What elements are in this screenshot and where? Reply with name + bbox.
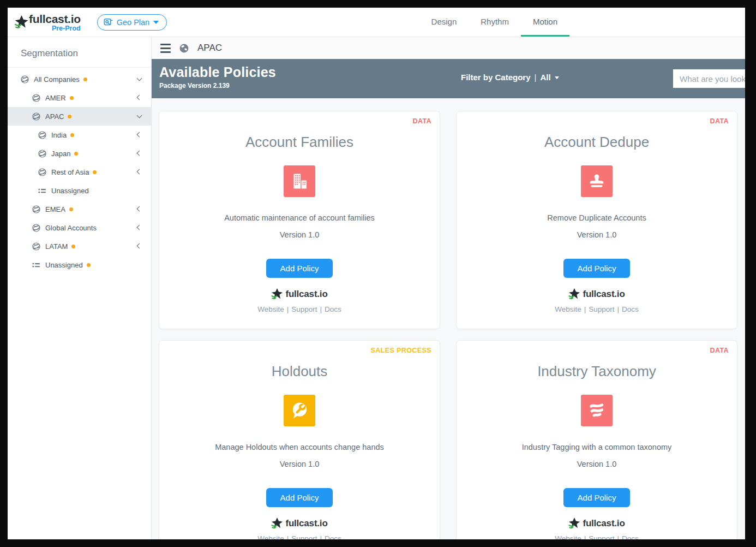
tab-design[interactable]: Design	[419, 8, 469, 37]
fullcast-star-icon	[14, 15, 29, 29]
category-badge: DATA	[413, 117, 431, 125]
chevron-left-icon[interactable]	[137, 169, 142, 175]
policy-card-account-families: DATA Account Families	[159, 111, 440, 329]
status-dot	[93, 170, 97, 174]
docs-link[interactable]: Docs	[325, 534, 341, 539]
environment-badge: Pre-Prod	[52, 25, 81, 32]
policy-title: Holdouts	[272, 363, 328, 380]
website-link[interactable]: Website	[257, 534, 284, 539]
add-policy-button[interactable]: Add Policy	[563, 259, 631, 278]
category-badge: DATA	[710, 117, 729, 125]
support-link[interactable]: Support	[291, 534, 317, 539]
list-icon	[32, 260, 41, 270]
tree-item-latam[interactable]: LATAM	[8, 237, 151, 255]
tree-item-emea[interactable]: EMEA	[8, 200, 151, 218]
vendor-logo: fullcast.io	[568, 288, 625, 300]
tree-item-rest-of-asia[interactable]: Rest of Asia	[8, 163, 151, 181]
filter-label: Filter by Category	[461, 73, 531, 82]
tree-item-all-companies[interactable]: All Companies	[8, 70, 151, 88]
chevron-left-icon[interactable]	[137, 206, 142, 212]
status-dot	[83, 78, 87, 81]
sidebar-title: Segmentation	[8, 37, 151, 68]
category-badge: SALES PROCESS	[371, 347, 431, 354]
chevron-down-icon	[153, 21, 159, 24]
tab-motion[interactable]: Motion	[521, 8, 569, 37]
status-dot	[69, 207, 73, 211]
globe-icon	[38, 168, 47, 177]
globe-icon	[32, 93, 41, 103]
main-panel: APAC Available Policies Package Version …	[152, 37, 745, 539]
tree-item-india[interactable]: India	[8, 126, 151, 144]
chevron-left-icon[interactable]	[137, 225, 142, 230]
docs-link[interactable]: Docs	[325, 305, 341, 313]
search-input[interactable]	[673, 69, 745, 88]
chevron-left-icon[interactable]	[137, 151, 142, 156]
menu-icon[interactable]	[160, 44, 171, 53]
tab-rhythm[interactable]: Rhythm	[469, 8, 521, 37]
tree-item-amer[interactable]: AMER	[8, 88, 151, 107]
stamp-icon	[581, 165, 613, 197]
policy-description: Automatic maintenance of account familie…	[224, 213, 375, 222]
policy-description: Manage Holdouts when accounts change han…	[215, 443, 384, 451]
policy-title: Account Families	[245, 134, 353, 151]
add-policy-button[interactable]: Add Policy	[266, 259, 333, 278]
breadcrumb-bar: APAC	[152, 37, 745, 59]
status-dot	[87, 263, 91, 267]
top-bar: fullcast.io Pre-Prod Geo Plan Design Rhy…	[8, 8, 745, 37]
status-dot	[74, 152, 78, 156]
fullcast-star-icon	[271, 288, 283, 300]
status-dot	[71, 245, 75, 248]
globe-icon	[38, 130, 47, 140]
chevron-left-icon[interactable]	[137, 95, 142, 100]
chevron-down-icon[interactable]	[137, 113, 142, 118]
policy-version: Version 1.0	[280, 460, 320, 468]
website-link[interactable]: Website	[555, 305, 581, 313]
add-policy-button[interactable]: Add Policy	[266, 488, 333, 507]
policy-card-holdouts: SALES PROCESS Holdouts	[159, 340, 440, 539]
globe-icon	[38, 149, 47, 158]
tree-item-apac[interactable]: APAC	[8, 107, 151, 126]
website-link[interactable]: Website	[257, 305, 284, 313]
vendor-logo: fullcast.io	[271, 518, 327, 529]
filter-value: All	[540, 73, 550, 82]
status-dot	[70, 133, 74, 137]
status-dot	[70, 96, 74, 100]
policy-card-account-dedupe: DATA Account Dedupe Remove Duplicate Acc…	[456, 111, 737, 329]
brand-logo[interactable]: fullcast.io Pre-Prod	[14, 8, 81, 37]
globe-icon	[32, 205, 41, 214]
tree-item-japan[interactable]: Japan	[8, 144, 151, 163]
screenshot-frame: fullcast.io Pre-Prod Geo Plan Design Rhy…	[0, 0, 756, 547]
chat-wrench-icon	[284, 395, 315, 426]
support-link[interactable]: Support	[589, 534, 614, 539]
add-policy-button[interactable]: Add Policy	[563, 488, 631, 507]
category-filter[interactable]: Filter by Category | All	[461, 73, 559, 82]
globe-filled-icon	[179, 43, 189, 53]
policy-description: Industry Tagging with a common taxonomy	[522, 443, 672, 451]
chevron-left-icon[interactable]	[137, 243, 142, 249]
globe-icon	[32, 242, 41, 251]
available-policies-header: Available Policies Package Version 2.139…	[152, 59, 745, 98]
top-navigation: Design Rhythm Motion	[419, 8, 569, 37]
support-link[interactable]: Support	[291, 305, 317, 313]
package-version: Package Version 2.139	[159, 82, 276, 90]
chevron-down-icon[interactable]	[137, 76, 142, 81]
policy-version: Version 1.0	[280, 230, 320, 239]
page-title: Available Policies	[159, 64, 276, 80]
website-link[interactable]: Website	[555, 534, 581, 539]
category-badge: DATA	[710, 347, 729, 354]
globe-icon	[20, 75, 29, 84]
brand-name: fullcast.io	[29, 13, 81, 26]
tree-item-global-accounts[interactable]: Global Accounts	[8, 218, 151, 237]
tree-item-unassigned-root[interactable]: Unassigned	[8, 255, 151, 274]
tree-item-unassigned-apac[interactable]: Unassigned	[8, 181, 151, 200]
geo-plan-selector[interactable]: Geo Plan	[97, 14, 167, 31]
fullcast-star-icon	[271, 518, 283, 529]
docs-link[interactable]: Docs	[622, 534, 639, 539]
chevron-down-icon	[555, 76, 559, 79]
chevron-left-icon[interactable]	[137, 132, 142, 138]
docs-link[interactable]: Docs	[622, 305, 639, 313]
globe-icon	[32, 223, 41, 233]
segment-tree: All Companies AMER APAC	[8, 68, 151, 274]
policy-title: Account Dedupe	[544, 134, 649, 151]
support-link[interactable]: Support	[589, 305, 614, 313]
